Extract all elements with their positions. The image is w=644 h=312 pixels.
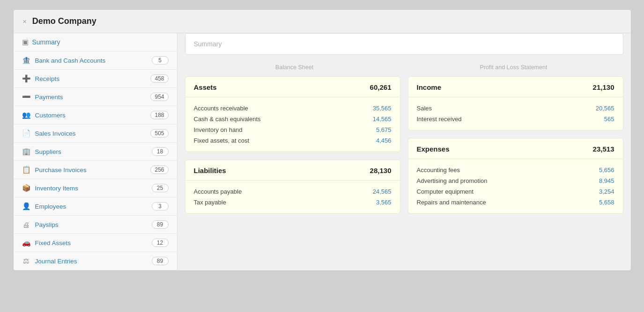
income-card: Income 21,130 Sales 20,565 Interest rece… xyxy=(408,76,623,131)
sidebar-item-suppliers[interactable]: 🏢 Suppliers 18 xyxy=(14,143,177,161)
customers-label: Customers xyxy=(35,112,151,119)
payslips-label: Payslips xyxy=(35,221,152,228)
sidebar-item-bank-cash[interactable]: 🏦 Bank and Cash Accounts 5 xyxy=(14,51,177,70)
window-title: Demo Company xyxy=(32,16,96,26)
purchase-invoices-badge: 256 xyxy=(150,166,168,174)
income-body: Sales 20,565 Interest received 565 xyxy=(408,97,623,130)
card-row: Cash & cash equivalents 14,565 xyxy=(194,114,392,124)
inventory-items-label: Inventory Items xyxy=(35,185,152,192)
journal-entries-icon: ⚖ xyxy=(22,257,30,265)
row-label: Tax payable xyxy=(194,199,226,206)
profit-loss-col: Income 21,130 Sales 20,565 Interest rece… xyxy=(408,76,623,214)
row-label: Inventory on hand xyxy=(194,126,243,133)
close-button[interactable]: × xyxy=(23,18,27,25)
employees-icon: 👤 xyxy=(22,202,30,210)
income-title: Income xyxy=(417,83,442,91)
purchase-invoices-label: Purchase Invoices xyxy=(35,167,151,174)
journal-entries-label: Journal Entries xyxy=(35,258,152,265)
sidebar-item-employees[interactable]: 👤 Employees 3 xyxy=(14,197,177,216)
assets-title: Assets xyxy=(194,83,217,91)
liabilities-total: 28,130 xyxy=(370,167,392,174)
employees-badge: 3 xyxy=(152,202,169,210)
card-row: Tax payable 3,565 xyxy=(194,197,392,208)
payments-badge: 954 xyxy=(150,93,168,101)
card-row: Advertising and promotion 8,945 xyxy=(417,175,614,186)
sales-invoices-icon: 📄 xyxy=(22,129,30,138)
row-value: 5,675 xyxy=(376,126,392,133)
sidebar: ▣ Summary 🏦 Bank and Cash Accounts 5 ➕ R… xyxy=(14,33,178,270)
suppliers-badge: 18 xyxy=(152,147,169,156)
journal-entries-badge: 89 xyxy=(152,257,169,265)
fixed-assets-label: Fixed Assets xyxy=(35,239,152,247)
card-row: Computer equipment 3,254 xyxy=(417,186,614,197)
card-row: Sales 20,565 xyxy=(417,103,614,114)
main-header-label: Summary xyxy=(194,40,222,48)
row-label: Fixed assets, at cost xyxy=(194,137,250,144)
assets-card: Assets 60,261 Accounts receivable 35,565… xyxy=(185,76,400,152)
income-total: 21,130 xyxy=(593,83,614,91)
sales-invoices-badge: 505 xyxy=(150,129,168,138)
sidebar-item-fixed-assets[interactable]: 🚗 Fixed Assets 12 xyxy=(14,234,177,252)
card-row: Fixed assets, at cost 4,456 xyxy=(194,135,392,146)
fixed-assets-icon: 🚗 xyxy=(22,239,30,247)
employees-label: Employees xyxy=(35,203,152,210)
payslips-badge: 89 xyxy=(152,220,169,229)
card-row: Accounting fees 5,656 xyxy=(417,165,614,175)
summary-icon: ▣ xyxy=(22,38,29,46)
profit-loss-label: Profit and Loss Statement xyxy=(404,62,623,73)
bank-cash-icon: 🏦 xyxy=(22,56,30,65)
card-row: Inventory on hand 5,675 xyxy=(194,124,392,135)
suppliers-icon: 🏢 xyxy=(22,147,30,156)
sales-invoices-label: Sales Invoices xyxy=(35,130,151,137)
card-row: Accounts receivable 35,565 xyxy=(194,103,392,114)
purchase-invoices-icon: 📋 xyxy=(22,166,30,174)
customers-badge: 188 xyxy=(150,111,168,119)
expenses-title: Expenses xyxy=(417,145,450,153)
row-value: 24,565 xyxy=(373,188,392,195)
receipts-label: Receipts xyxy=(35,75,151,82)
main-content: Summary Balance Sheet Profit and Loss St… xyxy=(178,33,631,270)
row-value: 3,254 xyxy=(599,188,614,195)
expenses-card: Expenses 23,513 Accounting fees 5,656 Ad… xyxy=(408,138,623,214)
expenses-total: 23,513 xyxy=(593,145,614,153)
row-value: 5,658 xyxy=(599,199,614,206)
bank-cash-badge: 5 xyxy=(152,56,169,65)
sidebar-item-payslips[interactable]: 🖨 Payslips 89 xyxy=(14,216,177,234)
row-value: 565 xyxy=(604,116,614,123)
row-label: Repairs and maintenance xyxy=(417,199,486,206)
sidebar-item-journal-entries[interactable]: ⚖ Journal Entries 89 xyxy=(14,252,177,270)
income-card-header: Income 21,130 xyxy=(408,77,623,97)
liabilities-card-header: Liabilities 28,130 xyxy=(185,160,400,181)
row-value: 8,945 xyxy=(599,177,614,184)
app-window: × Demo Company ▣ Summary 🏦 Bank and Cash… xyxy=(13,9,631,271)
row-value: 20,565 xyxy=(596,105,614,112)
sidebar-summary-label: Summary xyxy=(32,38,60,46)
section-labels: Balance Sheet Profit and Loss Statement xyxy=(185,62,623,73)
sidebar-item-customers[interactable]: 👥 Customers 188 xyxy=(14,106,177,124)
row-value: 4,456 xyxy=(376,137,392,144)
row-label: Advertising and promotion xyxy=(417,177,488,184)
sidebar-item-sales-invoices[interactable]: 📄 Sales Invoices 505 xyxy=(14,124,177,143)
payments-label: Payments xyxy=(35,94,151,101)
sidebar-item-summary[interactable]: ▣ Summary xyxy=(14,33,177,51)
row-label: Accounting fees xyxy=(417,167,460,174)
expenses-body: Accounting fees 5,656 Advertising and pr… xyxy=(408,159,623,213)
content-area: ▣ Summary 🏦 Bank and Cash Accounts 5 ➕ R… xyxy=(14,33,631,270)
row-value: 14,565 xyxy=(373,116,392,123)
assets-card-header: Assets 60,261 xyxy=(185,77,400,97)
fixed-assets-badge: 12 xyxy=(152,239,169,247)
sidebar-item-receipts[interactable]: ➕ Receipts 458 xyxy=(14,70,177,88)
suppliers-label: Suppliers xyxy=(35,148,152,155)
liabilities-card: Liabilities 28,130 Accounts payable 24,5… xyxy=(185,160,400,214)
sidebar-item-inventory-items[interactable]: 📦 Inventory Items 25 xyxy=(14,179,177,197)
sidebar-item-payments[interactable]: ➖ Payments 954 xyxy=(14,88,177,106)
row-value: 5,656 xyxy=(599,167,614,174)
bank-cash-label: Bank and Cash Accounts xyxy=(35,57,152,64)
inventory-items-icon: 📦 xyxy=(22,184,30,192)
sidebar-item-purchase-invoices[interactable]: 📋 Purchase Invoices 256 xyxy=(14,161,177,179)
card-row: Repairs and maintenance 5,658 xyxy=(417,197,614,208)
assets-body: Accounts receivable 35,565 Cash & cash e… xyxy=(185,97,400,152)
card-row: Interest received 565 xyxy=(417,114,614,124)
receipts-badge: 458 xyxy=(150,74,168,83)
card-row: Accounts payable 24,565 xyxy=(194,186,392,197)
